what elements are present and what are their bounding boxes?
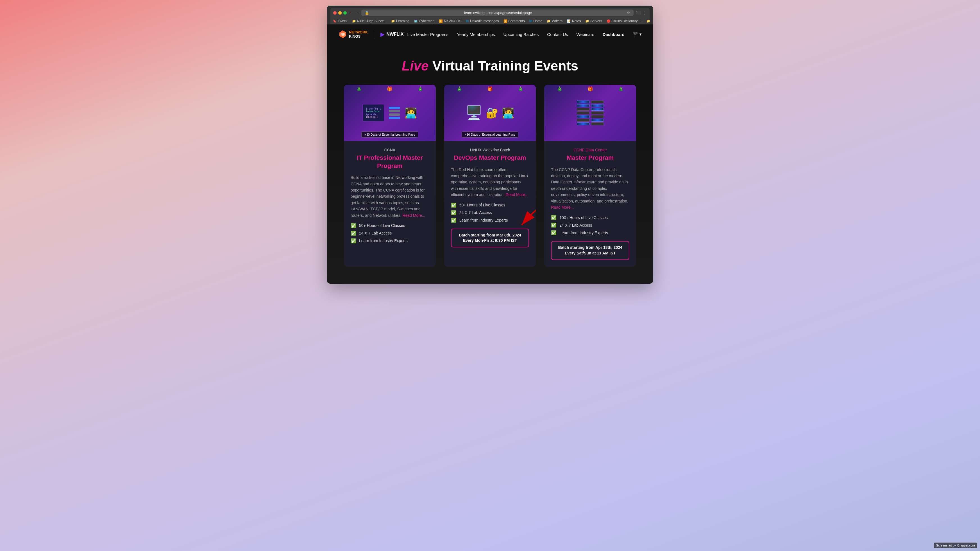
linux-feature-label-2: 24 X 7 Lab Access [460, 210, 492, 215]
ccna-title: IT Professional Master Program [351, 154, 429, 170]
bookmark-learning-label: Learning [396, 19, 409, 23]
url-text[interactable]: learn.nwkings.com/s/pages/schedulepage [371, 11, 625, 15]
dropdown-icon: ▾ [640, 32, 642, 37]
ccnp-ornament-2: 🎁 [587, 86, 593, 92]
ccna-feature-label-3: Learn from Industry Experts [359, 238, 408, 243]
ccnp-decorations: 🎄 🎁 🎄 [544, 85, 636, 96]
bookmark-nk[interactable]: 📁 Nk is Huge Succe... [352, 19, 387, 23]
ccnp-feature-label-1: 100+ Hours of Live Classes [559, 215, 608, 220]
ccnp-feature-label-2: 24 X 7 Lab Access [559, 223, 592, 227]
ccnp-read-more[interactable]: Read More... [551, 205, 574, 210]
linux-person-icon: 🧑‍💻 [502, 107, 514, 119]
ccnp-title: Master Program [551, 154, 629, 162]
ccnp-ornament-3: 🎄 [618, 86, 624, 92]
ccnp-batch-button[interactable]: Batch starting from Apr 18th, 2024Every … [551, 241, 629, 260]
nav-webinars[interactable]: Webinars [576, 32, 594, 37]
bookmark-seop-icon: 📁 [646, 19, 649, 23]
site-nav: Live Master Programs Yearly Memberships … [407, 32, 642, 37]
bookmark-seop[interactable]: 📁 SEO-P [646, 19, 649, 23]
close-button[interactable] [333, 11, 337, 14]
minimize-button[interactable] [338, 11, 342, 14]
address-bar[interactable]: 🔒 learn.nwkings.com/s/pages/schedulepage… [361, 10, 633, 16]
bookmark-nk-icon: 📁 [352, 19, 356, 23]
flag-icon: 🏴 [633, 32, 638, 37]
bookmark-nk-label: Nk is Huge Succe... [357, 19, 387, 23]
linux-features: ✅ 50+ Hours of Live Classes ✅ 24 X 7 Lab… [451, 202, 529, 223]
nav-contact-us[interactable]: Contact Us [547, 32, 568, 37]
server-stack-2 [591, 100, 604, 125]
bookmark-comments[interactable]: ▶️ Comments [503, 19, 525, 23]
browser-actions: ⬛ ⋮ [636, 11, 647, 15]
bookmark-servers[interactable]: 📁 Servers [585, 19, 602, 23]
network-kings-logo[interactable]: NK NETWORKKINGS [338, 30, 368, 39]
nwflix-logo[interactable]: ▶ NWFLIX [380, 31, 404, 38]
ccna-read-more[interactable]: Read More... [402, 213, 425, 218]
ccna-feature-1: ✅ 50+ Hours of Live Classes [351, 223, 429, 228]
server-rack [577, 100, 604, 125]
linux-ornament-3: 🎄 [518, 86, 523, 92]
extensions-icon[interactable]: ⬛ [636, 11, 641, 15]
menu-icon[interactable]: ⋮ [643, 11, 647, 15]
maximize-button[interactable] [343, 11, 347, 14]
ccna-description: Build a rock-solid base in Networking wi… [351, 175, 429, 219]
ccna-feature-label-2: 24 X 7 Lab Access [359, 231, 392, 235]
bookmark-nkvideos-label: NKVIDEOS [444, 19, 461, 23]
bookmark-notes[interactable]: 📝 Notes [567, 19, 581, 23]
linux-illustration: 🖥️ 🔐 🧑‍💻 [466, 105, 514, 121]
ornament-3: 🎄 [417, 86, 423, 92]
bookmark-learning-icon: 📁 [391, 19, 395, 23]
linux-badge: +30 Days of Essential Learning Pass [461, 132, 519, 138]
linux-batch-button[interactable]: Batch starting from Mar 8th, 2024Every M… [451, 229, 529, 248]
bookmark-cybermap[interactable]: 🗺️ Cybermap [414, 19, 434, 23]
bookmark-writers-icon: 📁 [547, 19, 551, 23]
back-icon[interactable]: ← [349, 11, 353, 15]
traffic-lights [333, 11, 347, 14]
linux-body: LINUX Weekday Batch DevOps Master Progra… [444, 141, 536, 254]
ornament-1: 🎄 [356, 86, 362, 92]
linux-feature-3: ✅ Learn from Industry Experts [451, 218, 529, 223]
bookmark-nkvideos[interactable]: ▶️ NKVIDEOS [439, 19, 461, 23]
nav-language-flag[interactable]: 🏴 ▾ [633, 32, 642, 37]
bookmark-tweek-icon: 🔖 [332, 19, 337, 23]
bookmark-cybermap-label: Cybermap [419, 19, 434, 23]
bookmark-tweek[interactable]: 🔖 Tweek [332, 19, 348, 23]
linux-check-3: ✅ [451, 218, 457, 223]
bookmark-home-label: Home [533, 19, 542, 23]
bookmark-writers[interactable]: 📁 Writers [547, 19, 563, 23]
bookmark-collins[interactable]: 🔴 Collins Dictionary l... [606, 19, 642, 23]
ccnp-body: CCNP Data Center Master Program The CCNP… [544, 141, 636, 267]
nav-yearly-memberships[interactable]: Yearly Memberships [457, 32, 495, 37]
linux-decorations: 🎄 🎁 🎄 [444, 85, 536, 96]
nav-dashboard[interactable]: Dashboard [603, 32, 625, 37]
browser-toolbar: ← → 🔒 learn.nwkings.com/s/pages/schedule… [331, 8, 649, 18]
ccna-feature-3: ✅ Learn from Industry Experts [351, 238, 429, 243]
ccnp-check-2: ✅ [551, 222, 557, 228]
hero-title-rest: Virtual Training Events [429, 59, 579, 73]
ccnp-server-illustration [577, 100, 604, 125]
linux-read-more[interactable]: Read More... [506, 192, 528, 197]
ccnp-feature-2: ✅ 24 X 7 Lab Access [551, 222, 629, 228]
bookmark-cybermap-icon: 🗺️ [414, 19, 418, 23]
bookmark-tweek-label: Tweek [338, 19, 348, 23]
forward-icon[interactable]: → [355, 11, 359, 15]
star-icon[interactable]: ☆ [627, 11, 630, 15]
linux-feature-2: ✅ 24 X 7 Lab Access [451, 210, 529, 215]
hero-title-live: Live [402, 59, 429, 73]
bookmark-linkedin[interactable]: in Linkedin messages [466, 19, 499, 23]
nav-upcoming-batches[interactable]: Upcoming Batches [503, 32, 539, 37]
browser-chrome: ← → 🔒 learn.nwkings.com/s/pages/schedule… [327, 6, 653, 24]
linux-title: DevOps Master Program [451, 154, 529, 162]
ccna-decorations: 🎄 🎁 🎄 [344, 85, 436, 96]
nav-live-master-programs[interactable]: Live Master Programs [407, 32, 449, 37]
ccnp-features: ✅ 100+ Hours of Live Classes ✅ 24 X 7 La… [551, 215, 629, 235]
browser-window: ← → 🔒 learn.nwkings.com/s/pages/schedule… [327, 6, 653, 284]
ccnp-description: The CCNP Data Center professionals devel… [551, 167, 629, 211]
bookmark-comments-label: Comments [509, 19, 525, 23]
ccnp-subtitle: CCNP Data Center [551, 148, 629, 152]
security-icon: 🔒 [365, 11, 369, 15]
bookmark-learning[interactable]: 📁 Learning [391, 19, 409, 23]
bookmark-home[interactable]: in Home [529, 19, 542, 23]
cards-section: 🎄 🎁 🎄 $ config t interface ip addr 10.0.… [327, 85, 653, 284]
ccnp-feature-1: ✅ 100+ Hours of Live Classes [551, 215, 629, 220]
person-icon: 🧑‍💻 [404, 107, 417, 119]
